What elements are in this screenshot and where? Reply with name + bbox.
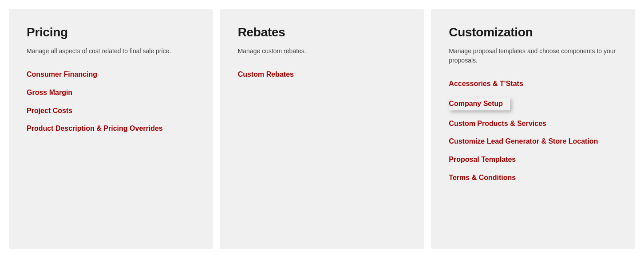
card-links-rebates: Custom Rebates	[238, 70, 407, 79]
link-customize-lead-generator[interactable]: Customize Lead Generator & Store Locatio…	[449, 137, 617, 146]
link-custom-rebates[interactable]: Custom Rebates	[238, 70, 407, 79]
link-accessories-tstats[interactable]: Accessories & T'Stats	[449, 79, 617, 89]
card-customization: CustomizationManage proposal templates a…	[431, 9, 635, 249]
link-company-setup[interactable]: Company Setup	[449, 100, 503, 107]
card-description-pricing: Manage all aspects of cost related to fi…	[27, 47, 195, 56]
link-consumer-financing[interactable]: Consumer Financing	[27, 70, 195, 79]
link-product-description-pricing[interactable]: Product Description & Pricing Overrides	[27, 124, 195, 133]
card-title-rebates: Rebates	[238, 25, 407, 39]
company-setup-box: Company Setup	[449, 98, 510, 110]
card-links-pricing: Consumer FinancingGross MarginProject Co…	[27, 70, 195, 133]
link-custom-products-services[interactable]: Custom Products & Services	[449, 119, 617, 129]
card-description-rebates: Manage custom rebates.	[238, 47, 407, 56]
card-pricing: PricingManage all aspects of cost relate…	[9, 9, 213, 249]
card-rebates: RebatesManage custom rebates.Custom Reba…	[220, 9, 424, 249]
card-title-customization: Customization	[449, 25, 617, 39]
link-wrapper-company-setup: Company Setup	[449, 98, 617, 110]
card-description-customization: Manage proposal templates and choose com…	[449, 47, 617, 65]
cards-container: PricingManage all aspects of cost relate…	[9, 9, 635, 249]
card-title-pricing: Pricing	[27, 25, 195, 39]
link-terms-conditions[interactable]: Terms & Conditions	[449, 173, 617, 183]
link-gross-margin[interactable]: Gross Margin	[27, 88, 195, 98]
link-project-costs[interactable]: Project Costs	[27, 106, 195, 116]
link-proposal-templates[interactable]: Proposal Templates	[449, 155, 617, 164]
card-links-customization: Accessories & T'StatsCompany SetupCustom…	[449, 79, 617, 183]
